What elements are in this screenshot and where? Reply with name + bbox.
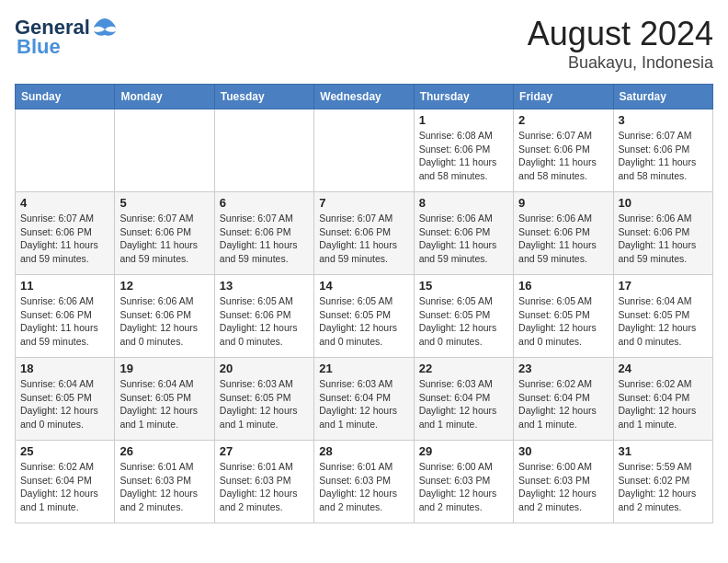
day-info: Sunrise: 6:00 AM Sunset: 6:03 PM Dayligh… [419,460,508,514]
calendar-cell-week2-day2: 6Sunrise: 6:07 AM Sunset: 6:06 PM Daylig… [214,192,313,275]
calendar-subtitle: Buakayu, Indonesia [528,53,713,73]
calendar-cell-week1-day0 [16,109,115,192]
day-number: 28 [319,444,408,458]
calendar-cell-week2-day1: 5Sunrise: 6:07 AM Sunset: 6:06 PM Daylig… [115,192,214,275]
day-number: 19 [119,362,209,375]
day-number: 25 [20,444,109,458]
day-number: 30 [518,444,608,458]
header: General Blue August 2024 Buakayu, Indone… [15,15,713,73]
calendar-cell-week1-day2 [214,109,313,192]
day-info: Sunrise: 6:01 AM Sunset: 6:03 PM Dayligh… [220,460,309,514]
day-info: Sunrise: 6:02 AM Sunset: 6:04 PM Dayligh… [518,377,608,431]
day-info: Sunrise: 6:06 AM Sunset: 6:06 PM Dayligh… [119,294,209,349]
day-info: Sunrise: 6:02 AM Sunset: 6:04 PM Dayligh… [619,377,708,431]
calendar-cell-week4-day5: 23Sunrise: 6:02 AM Sunset: 6:04 PM Dayli… [514,358,613,441]
day-number: 13 [220,279,309,293]
day-number: 4 [20,196,109,210]
calendar-cell-week5-day3: 28Sunrise: 6:01 AM Sunset: 6:03 PM Dayli… [314,441,414,523]
day-number: 17 [619,279,708,293]
day-number: 24 [619,362,708,375]
day-info: Sunrise: 6:04 AM Sunset: 6:05 PM Dayligh… [619,294,708,349]
day-info: Sunrise: 6:03 AM Sunset: 6:04 PM Dayligh… [419,377,508,431]
calendar-cell-week1-day6: 3Sunrise: 6:07 AM Sunset: 6:06 PM Daylig… [613,109,712,192]
day-number: 26 [119,444,209,458]
day-info: Sunrise: 6:07 AM Sunset: 6:06 PM Dayligh… [119,212,209,266]
day-number: 23 [518,362,608,375]
day-number: 8 [419,196,508,210]
calendar-cell-week4-day0: 18Sunrise: 6:04 AM Sunset: 6:05 PM Dayli… [16,358,115,441]
calendar-cell-week3-day3: 14Sunrise: 6:05 AM Sunset: 6:05 PM Dayli… [314,275,414,358]
day-number: 21 [319,362,408,375]
day-info: Sunrise: 6:04 AM Sunset: 6:05 PM Dayligh… [20,377,109,431]
weekday-header-friday: Friday [514,85,613,109]
calendar-cell-week1-day3 [314,109,414,192]
day-info: Sunrise: 6:06 AM Sunset: 6:06 PM Dayligh… [20,294,109,349]
day-info: Sunrise: 6:06 AM Sunset: 6:06 PM Dayligh… [419,212,508,266]
calendar-cell-week1-day5: 2Sunrise: 6:07 AM Sunset: 6:06 PM Daylig… [514,109,613,192]
calendar-cell-week3-day5: 16Sunrise: 6:05 AM Sunset: 6:05 PM Dayli… [514,275,613,358]
day-info: Sunrise: 6:07 AM Sunset: 6:06 PM Dayligh… [20,212,109,266]
day-info: Sunrise: 6:01 AM Sunset: 6:03 PM Dayligh… [319,460,408,514]
day-number: 16 [518,279,608,293]
day-info: Sunrise: 6:06 AM Sunset: 6:06 PM Dayligh… [619,212,708,266]
day-info: Sunrise: 6:03 AM Sunset: 6:05 PM Dayligh… [220,377,309,431]
calendar-cell-week5-day1: 26Sunrise: 6:01 AM Sunset: 6:03 PM Dayli… [115,441,214,523]
calendar-cell-week5-day6: 31Sunrise: 5:59 AM Sunset: 6:02 PM Dayli… [613,441,712,523]
day-number: 11 [20,279,109,293]
calendar-cell-week3-day6: 17Sunrise: 6:04 AM Sunset: 6:05 PM Dayli… [613,275,712,358]
day-number: 10 [619,196,708,210]
logo: General Blue [15,15,118,59]
weekday-header-saturday: Saturday [613,85,712,109]
calendar-table: SundayMondayTuesdayWednesdayThursdayFrid… [15,84,713,523]
weekday-header-tuesday: Tuesday [214,85,313,109]
calendar-cell-week2-day6: 10Sunrise: 6:06 AM Sunset: 6:06 PM Dayli… [613,192,712,275]
logo-bird-icon [92,15,118,40]
day-info: Sunrise: 6:04 AM Sunset: 6:05 PM Dayligh… [119,377,209,431]
day-number: 9 [518,196,608,210]
day-info: Sunrise: 6:05 AM Sunset: 6:05 PM Dayligh… [419,294,508,349]
calendar-cell-week3-day2: 13Sunrise: 6:05 AM Sunset: 6:06 PM Dayli… [214,275,313,358]
day-info: Sunrise: 6:05 AM Sunset: 6:05 PM Dayligh… [319,294,408,349]
weekday-header-monday: Monday [115,85,214,109]
day-info: Sunrise: 6:05 AM Sunset: 6:06 PM Dayligh… [220,294,309,349]
calendar-cell-week2-day4: 8Sunrise: 6:06 AM Sunset: 6:06 PM Daylig… [414,192,513,275]
day-number: 18 [20,362,109,375]
logo-blue-text: Blue [17,35,61,59]
calendar-cell-week4-day2: 20Sunrise: 6:03 AM Sunset: 6:05 PM Dayli… [214,358,313,441]
day-number: 22 [419,362,508,375]
day-number: 14 [319,279,408,293]
calendar-cell-week4-day4: 22Sunrise: 6:03 AM Sunset: 6:04 PM Dayli… [414,358,513,441]
day-number: 6 [220,196,309,210]
day-info: Sunrise: 6:07 AM Sunset: 6:06 PM Dayligh… [319,212,408,266]
title-area: August 2024 Buakayu, Indonesia [528,15,713,73]
calendar-cell-week3-day4: 15Sunrise: 6:05 AM Sunset: 6:05 PM Dayli… [414,275,513,358]
calendar-cell-week4-day6: 24Sunrise: 6:02 AM Sunset: 6:04 PM Dayli… [613,358,712,441]
calendar-week-4: 18Sunrise: 6:04 AM Sunset: 6:05 PM Dayli… [16,358,713,441]
calendar-cell-week1-day1 [115,109,214,192]
calendar-cell-week2-day3: 7Sunrise: 6:07 AM Sunset: 6:06 PM Daylig… [314,192,414,275]
calendar-cell-week1-day4: 1Sunrise: 6:08 AM Sunset: 6:06 PM Daylig… [414,109,513,192]
day-info: Sunrise: 6:03 AM Sunset: 6:04 PM Dayligh… [319,377,408,431]
calendar-cell-week5-day4: 29Sunrise: 6:00 AM Sunset: 6:03 PM Dayli… [414,441,513,523]
calendar-week-2: 4Sunrise: 6:07 AM Sunset: 6:06 PM Daylig… [16,192,713,275]
day-info: Sunrise: 6:07 AM Sunset: 6:06 PM Dayligh… [518,129,608,183]
calendar-cell-week5-day2: 27Sunrise: 6:01 AM Sunset: 6:03 PM Dayli… [214,441,313,523]
weekday-header-row: SundayMondayTuesdayWednesdayThursdayFrid… [16,85,713,109]
day-info: Sunrise: 6:08 AM Sunset: 6:06 PM Dayligh… [419,129,508,183]
day-info: Sunrise: 6:07 AM Sunset: 6:06 PM Dayligh… [220,212,309,266]
calendar-cell-week2-day0: 4Sunrise: 6:07 AM Sunset: 6:06 PM Daylig… [16,192,115,275]
day-number: 2 [518,113,608,127]
day-info: Sunrise: 5:59 AM Sunset: 6:02 PM Dayligh… [619,460,708,514]
weekday-header-wednesday: Wednesday [314,85,414,109]
calendar-cell-week5-day5: 30Sunrise: 6:00 AM Sunset: 6:03 PM Dayli… [514,441,613,523]
day-info: Sunrise: 6:07 AM Sunset: 6:06 PM Dayligh… [619,129,708,183]
day-info: Sunrise: 6:05 AM Sunset: 6:05 PM Dayligh… [518,294,608,349]
calendar-cell-week5-day0: 25Sunrise: 6:02 AM Sunset: 6:04 PM Dayli… [16,441,115,523]
day-number: 1 [419,113,508,127]
day-number: 20 [220,362,309,375]
calendar-week-5: 25Sunrise: 6:02 AM Sunset: 6:04 PM Dayli… [16,441,713,523]
calendar-title: August 2024 [528,15,713,53]
day-number: 15 [419,279,508,293]
weekday-header-thursday: Thursday [414,85,513,109]
calendar-cell-week3-day0: 11Sunrise: 6:06 AM Sunset: 6:06 PM Dayli… [16,275,115,358]
